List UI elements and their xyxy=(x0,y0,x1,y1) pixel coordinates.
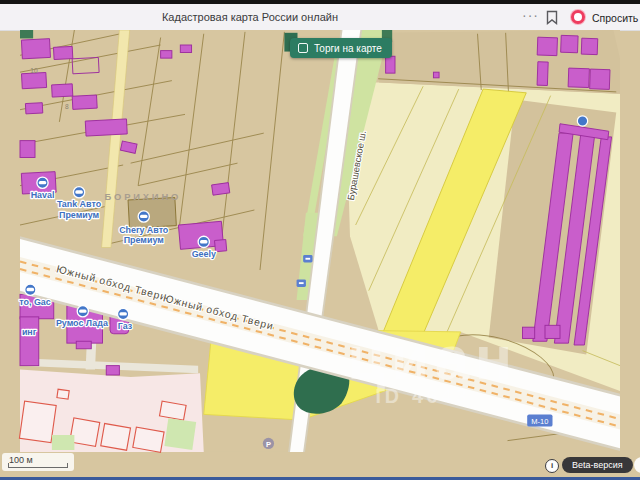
bookmark-icon[interactable] xyxy=(546,10,558,29)
svg-text:Tank Авто: Tank Авто xyxy=(57,199,102,209)
svg-text:Geely: Geely xyxy=(192,249,216,259)
svg-text:инг: инг xyxy=(22,327,37,337)
info-icon[interactable]: i xyxy=(545,459,559,473)
trades-checkbox[interactable] xyxy=(298,43,308,53)
browser-bar: Кадастровая карта России онлайн ··· Спро… xyxy=(0,4,640,31)
scale-bar xyxy=(8,463,68,468)
map-canvas[interactable]: Южный обход Твери Южный обход Твери Бура… xyxy=(0,30,640,480)
svg-text:то, Gac: то, Gac xyxy=(19,297,50,307)
poi-ing[interactable]: инг xyxy=(22,327,37,337)
watermark-brand: циан xyxy=(347,323,517,392)
beta-badge[interactable]: Beta-версия xyxy=(562,457,633,473)
m10-shield: М-10 xyxy=(527,414,552,426)
ask-alice-button[interactable]: Спросить Али xyxy=(592,12,640,24)
parking-icon: Р xyxy=(263,438,274,449)
parcel-number-8: 8 xyxy=(65,103,69,110)
cadastral-map-app: Кадастровая карта России онлайн ··· Спро… xyxy=(0,0,640,480)
svg-text:Премиум: Премиум xyxy=(124,235,164,245)
scale-control: 100 м xyxy=(2,453,74,471)
alice-assistant-icon[interactable] xyxy=(571,10,585,24)
svg-text:Chery Авто: Chery Авто xyxy=(119,225,169,235)
svg-text:Газ: Газ xyxy=(118,321,133,331)
svg-text:Р: Р xyxy=(266,440,271,449)
garage-poi-icon xyxy=(577,116,587,126)
svg-text:Румос Лада: Румос Лада xyxy=(56,318,108,328)
watermark-id: ID 4643 xyxy=(376,385,471,407)
svg-text:Премиум: Премиум xyxy=(59,210,99,220)
menu-dots-icon[interactable]: ··· xyxy=(522,7,539,23)
parcel-number-10: 10 xyxy=(30,67,38,74)
svg-text:М-10: М-10 xyxy=(531,417,548,426)
building-chery xyxy=(128,198,176,229)
place-label: БОРИХИНО xyxy=(105,192,182,202)
trades-label: Торги на карте xyxy=(314,43,382,54)
trades-on-map-button[interactable]: Торги на карте xyxy=(290,38,392,58)
page-title: Кадастровая карта России онлайн xyxy=(162,11,338,23)
svg-text:Haval: Haval xyxy=(31,190,55,200)
